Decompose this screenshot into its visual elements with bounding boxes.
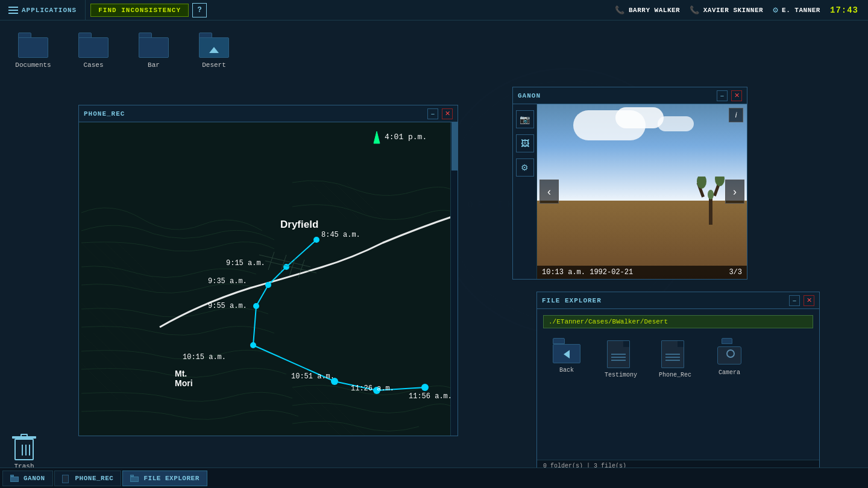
photo-background — [537, 104, 747, 279]
file-item-back[interactable]: Back — [546, 338, 588, 378]
testimony-file-icon — [607, 338, 635, 368]
svg-text:Dryfield: Dryfield — [280, 219, 318, 230]
xavier-skinner-label: XAVIER SKINNER — [703, 7, 763, 14]
applications-menu[interactable]: APPLICATIONS — [0, 0, 86, 20]
taskbar-item-phone-rec[interactable]: PHONE_REC — [54, 471, 122, 486]
map-scrollbar-thumb — [451, 122, 458, 170]
joshua-tree — [693, 177, 729, 225]
photo-prev-button[interactable]: ‹ — [539, 180, 559, 204]
phone-rec-minimize[interactable]: − — [427, 108, 438, 119]
svg-text:9:55 a.m.: 9:55 a.m. — [208, 302, 247, 310]
settings-tool-button[interactable]: ⚙ — [516, 158, 534, 177]
phone-rec-titlebar[interactable]: PHONE_REC − ✕ — [79, 105, 458, 122]
svg-text:4:01 p.m.: 4:01 p.m. — [385, 133, 427, 142]
svg-text:Mt.: Mt. — [175, 369, 187, 378]
file-item-testimony[interactable]: Testimony — [600, 338, 642, 378]
file-explorer-close[interactable]: ✕ — [804, 295, 814, 306]
phone-icon-xavier: 📞 — [690, 5, 700, 15]
map-container: 4:01 p.m. 8:45 a.m. 9:15 a.m. 9:35 a.m. … — [79, 122, 458, 436]
photo-caption: 10:13 a.m. 1992-02-21 3/3 — [537, 266, 747, 279]
path-bar: ./ETanner/Cases/BWalker/Desert — [543, 315, 813, 328]
photo-counter: 3/3 — [729, 268, 742, 277]
trash-container[interactable]: Trash — [12, 434, 36, 470]
taskbar-right: 📞 BARRY WALKER 📞 XAVIER SKINNER ⚙ E. TAN… — [615, 5, 868, 15]
file-grid: Back Testimony — [543, 336, 813, 381]
e-tanner-label: E. TANNER — [782, 7, 820, 14]
taskbar-item-ganon[interactable]: GANON — [2, 471, 53, 486]
svg-point-55 — [708, 190, 714, 199]
desert-icon[interactable]: Desert — [193, 33, 235, 69]
svg-text:Mori: Mori — [175, 378, 193, 388]
cloud-2 — [615, 107, 664, 128]
taskbar-phone-rec-icon — [62, 475, 71, 482]
ganon-close[interactable]: ✕ — [731, 90, 742, 101]
clock-display: 17:43 — [830, 5, 858, 15]
image-tool-button[interactable]: 🖼 — [516, 134, 534, 152]
testimony-label: Testimony — [605, 372, 637, 378]
photo-info-button[interactable]: i — [729, 108, 743, 122]
photo-viewer: ‹ › i 10:13 a.m. 1992-02-21 3/3 — [537, 104, 747, 279]
svg-text:10:15 a.m.: 10:15 a.m. — [183, 353, 226, 361]
gear-icon-tanner: ⚙ — [773, 5, 778, 15]
bar-label: Bar — [148, 61, 160, 69]
ganon-minimize[interactable]: − — [717, 90, 728, 101]
file-explorer-titlebar[interactable]: FILE EXPLORER − ✕ — [537, 292, 819, 309]
file-explorer-minimize[interactable]: − — [789, 295, 800, 306]
phone-rec-controls: − ✕ — [427, 108, 453, 119]
svg-text:11:56 a.m.: 11:56 a.m. — [409, 392, 452, 401]
taskbar-ganon-label: GANON — [24, 475, 45, 482]
bar-icon[interactable]: Bar — [133, 33, 175, 69]
desert-label: Desert — [202, 61, 226, 69]
ganon-toolbar: 📷 🖼 ⚙ — [513, 104, 537, 279]
file-explorer-content: ./ETanner/Cases/BWalker/Desert Back — [537, 309, 819, 387]
map-scrollbar[interactable] — [450, 122, 458, 436]
map-svg: 4:01 p.m. 8:45 a.m. 9:15 a.m. 9:35 a.m. … — [79, 122, 458, 436]
taskbar-file-explorer-icon — [130, 475, 139, 482]
phone-rec-title: PHONE_REC — [84, 110, 125, 117]
find-inconsistency-button[interactable]: FINd INcONSISTENCY — [90, 4, 189, 17]
svg-point-25 — [313, 237, 319, 243]
contact-tanner[interactable]: ⚙ E. TANNER — [773, 5, 820, 15]
phone-rec-close[interactable]: ✕ — [442, 108, 453, 119]
file-explorer-window: FILE EXPLORER − ✕ ./ETanner/Cases/BWalke… — [536, 292, 820, 472]
taskbar-item-file-explorer[interactable]: FILE EXPLORER — [122, 471, 207, 486]
svg-text:9:35 a.m.: 9:35 a.m. — [208, 277, 247, 286]
svg-point-54 — [715, 177, 725, 186]
taskbar-bottom: GANON PHONE_REC FILE EXPLORER — [0, 468, 868, 488]
file-item-phone-rec[interactable]: Phone_Rec — [654, 338, 696, 378]
ganon-title: GANON — [518, 92, 541, 99]
file-item-camera[interactable]: Camera — [708, 338, 750, 378]
desktop-icons: Documents Cases Bar Desert — [12, 33, 235, 69]
cases-icon[interactable]: Cases — [72, 33, 115, 69]
phone-rec-file-icon — [661, 338, 689, 368]
documents-label: Documents — [15, 61, 51, 69]
phone-rec-label: Phone_Rec — [659, 372, 691, 378]
ganon-content: 📷 🖼 ⚙ — [513, 104, 747, 279]
cloud-3 — [658, 116, 694, 131]
svg-point-26 — [283, 264, 289, 270]
cases-label: Cases — [83, 61, 103, 69]
svg-point-32 — [421, 384, 429, 391]
phone-rec-window: PHONE_REC − ✕ — [78, 105, 458, 436]
contact-barry[interactable]: 📞 BARRY WALKER — [615, 5, 680, 15]
taskbar-phone-rec-label: PHONE_REC — [75, 475, 114, 482]
applications-label: APPLICATIONS — [22, 7, 77, 14]
trash-icon — [12, 434, 36, 460]
cases-folder-icon — [78, 33, 108, 58]
contact-xavier[interactable]: 📞 XAVIER SKINNER — [690, 5, 763, 15]
camera-label: Camera — [719, 369, 740, 376]
photo-next-button[interactable]: › — [725, 180, 744, 204]
ganon-titlebar[interactable]: GANON − ✕ — [513, 87, 747, 104]
camera-tool-button[interactable]: 📷 — [516, 110, 534, 128]
svg-point-28 — [253, 303, 259, 309]
help-button[interactable]: ? — [192, 3, 207, 17]
documents-icon[interactable]: Documents — [12, 33, 54, 69]
svg-text:11:26 a.m.: 11:26 a.m. — [351, 384, 394, 393]
phone-icon-barry: 📞 — [615, 5, 625, 15]
file-explorer-controls: − ✕ — [789, 295, 814, 306]
camera-file-icon-visual — [715, 338, 743, 366]
barry-walker-label: BARRY WALKER — [629, 7, 680, 14]
back-folder-icon — [553, 338, 580, 363]
taskbar-ganon-icon — [10, 475, 19, 482]
svg-text:10:51 a.m.: 10:51 a.m. — [291, 372, 335, 381]
